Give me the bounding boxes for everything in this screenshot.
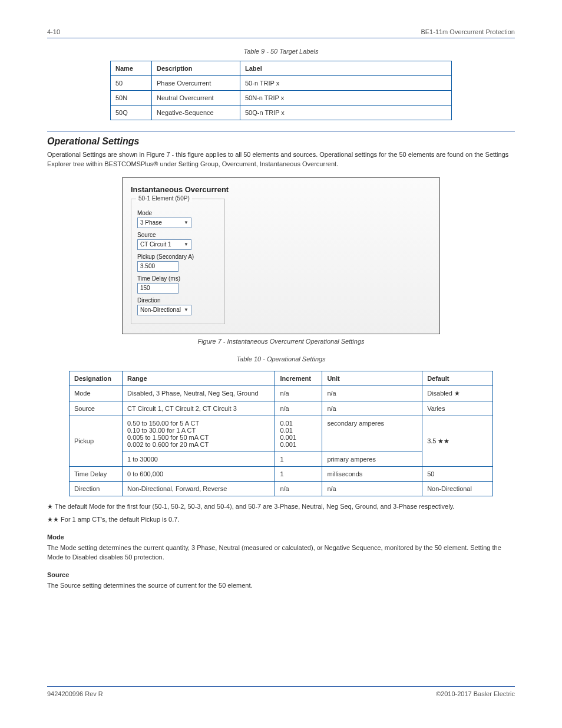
table9-h2: Description (152, 61, 240, 76)
table9-h3: Label (240, 61, 452, 76)
source-heading: Source (47, 571, 515, 580)
table-row: Source CT Circuit 1, CT Circuit 2, CT Ci… (70, 401, 493, 416)
chevron-down-icon: ▼ (184, 220, 189, 225)
pickup-label: Pickup (Secondary A) (137, 253, 219, 260)
table-row: Pickup 0.50 to 150.00 for 5 A CT 0.10 to… (70, 416, 493, 452)
table-row: Mode Disabled, 3 Phase, Neutral, Neg Seq… (70, 386, 493, 401)
header-rule (47, 38, 515, 38)
direction-select[interactable]: Non-Directional ▼ (137, 305, 191, 315)
delay-input[interactable]: 150 (137, 283, 178, 294)
footer-left: 9424200996 Rev R (47, 690, 103, 697)
section-paragraph: Operational Settings are shown in Figure… (47, 150, 515, 169)
table9-caption: Table 9 - 50 Target Labels (47, 48, 515, 55)
pickup-input[interactable]: 3.500 (137, 261, 178, 272)
table-row: 50Q Negative-Sequence 50Q-n TRIP x (111, 106, 452, 120)
page-number: 4-10 (47, 28, 60, 35)
table10: Designation Range Increment Unit Default… (69, 371, 493, 496)
fieldset-legend: 50-1 Element (50P) (136, 195, 192, 202)
table-row: Time Delay 0 to 600,000 1 milliseconds 5… (70, 466, 493, 481)
section-rule (47, 131, 515, 131)
mode-text: The Mode setting determines the current … (47, 543, 515, 562)
chevron-down-icon: ▼ (184, 242, 189, 247)
footnote-1: ★ The default Mode for the first four (5… (47, 502, 515, 512)
element-fieldset: 50-1 Element (50P) Mode 3 Phase ▼ Source… (131, 199, 225, 324)
figure-caption: Figure 7 - Instantaneous Overcurrent Ope… (47, 338, 515, 345)
table-row: Direction Non-Directional, Forward, Reve… (70, 481, 493, 496)
mode-select[interactable]: 3 Phase ▼ (137, 218, 191, 228)
panel-title: Instantaneous Overcurrent (131, 185, 431, 194)
table-row: 50 Phase Overcurrent 50-n TRIP x (111, 76, 452, 91)
table-row: 50N Neutral Overcurrent 50N-n TRIP x (111, 91, 452, 106)
header-right: BE1-11m Overcurrent Protection (421, 28, 515, 35)
source-select[interactable]: CT Circuit 1 ▼ (137, 239, 191, 250)
mode-heading: Mode (47, 533, 515, 542)
direction-label: Direction (137, 297, 219, 304)
mode-label: Mode (137, 210, 219, 216)
source-text: The Source setting determines the source… (47, 581, 515, 591)
section-heading: Operational Settings (47, 136, 515, 147)
table9: Name Description Label 50 Phase Overcurr… (110, 61, 452, 120)
settings-panel: Instantaneous Overcurrent 50-1 Element (… (122, 177, 440, 334)
footer-rule (47, 686, 515, 687)
footnote-2: ★★ For 1 amp CT's, the default Pickup is… (47, 515, 515, 525)
delay-label: Time Delay (ms) (137, 275, 219, 282)
table10-caption: Table 10 - Operational Settings (47, 355, 515, 363)
chevron-down-icon: ▼ (184, 307, 189, 312)
footer-right: ©2010-2017 Basler Electric (436, 690, 515, 697)
source-label: Source (137, 232, 219, 238)
table9-h1: Name (111, 61, 152, 76)
